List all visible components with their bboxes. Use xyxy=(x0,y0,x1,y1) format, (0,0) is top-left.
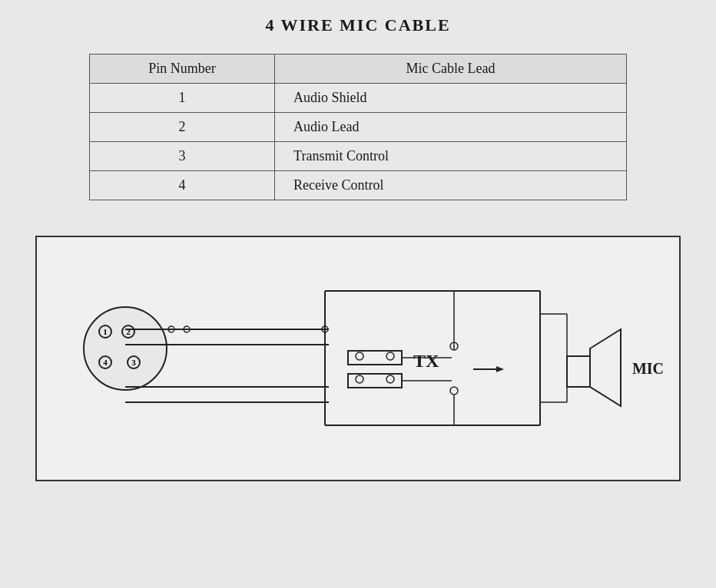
table-row: 3Transmit Control xyxy=(90,142,627,171)
table-row: 2Audio Lead xyxy=(90,113,627,142)
lead-name-cell: Transmit Control xyxy=(275,142,627,171)
lead-name-cell: Audio Shield xyxy=(275,84,627,113)
svg-point-20 xyxy=(450,387,458,395)
svg-point-11 xyxy=(356,352,363,360)
tx-text: TX xyxy=(413,351,439,372)
wiring-svg xyxy=(37,237,679,480)
col-header-lead: Mic Cable Lead xyxy=(275,55,627,84)
pin-number-cell: 2 xyxy=(90,113,275,142)
svg-point-12 xyxy=(386,352,394,360)
svg-marker-25 xyxy=(590,329,621,406)
svg-rect-26 xyxy=(567,356,590,387)
svg-point-13 xyxy=(356,375,363,383)
tx-label: TX xyxy=(413,351,439,372)
pin-number-cell: 1 xyxy=(90,84,275,113)
lead-name-cell: Audio Lead xyxy=(275,113,627,142)
pin-number-cell: 4 xyxy=(90,171,275,200)
svg-point-14 xyxy=(386,375,394,383)
pin-table: Pin Number Mic Cable Lead 1Audio Shield2… xyxy=(89,54,627,200)
pin-number-cell: 3 xyxy=(90,142,275,171)
table-row: 4Receive Control xyxy=(90,171,627,200)
col-header-pin: Pin Number xyxy=(90,55,275,84)
page-title: 4 WIRE MIC CABLE xyxy=(265,15,450,35)
wiring-diagram: 1 2 3 4 xyxy=(35,236,681,481)
mic-label: MIC xyxy=(632,360,664,378)
pin-table-container: Pin Number Mic Cable Lead 1Audio Shield2… xyxy=(89,54,627,200)
table-row: 1Audio Shield xyxy=(90,84,627,113)
svg-marker-24 xyxy=(496,366,504,372)
lead-name-cell: Receive Control xyxy=(275,171,627,200)
